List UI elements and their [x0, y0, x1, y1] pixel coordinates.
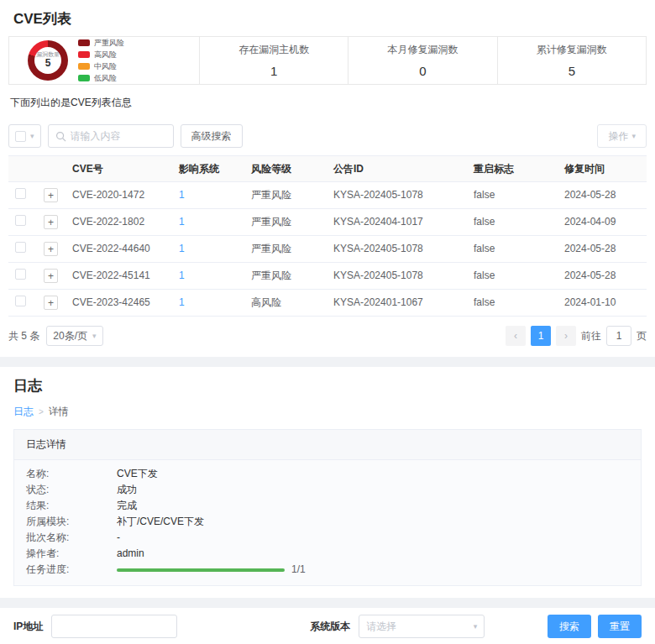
- risk-level-cell: 严重风险: [244, 263, 327, 290]
- affected-systems-link[interactable]: 1: [179, 189, 185, 201]
- affected-systems-link[interactable]: 1: [179, 243, 185, 254]
- system-version-label: 系统版本: [310, 620, 350, 634]
- reboot-flag-cell: false: [467, 263, 558, 290]
- donut-chart: 漏洞数量 5: [28, 40, 68, 81]
- filter-buttons: 搜索 重置: [548, 615, 642, 638]
- cve-id-cell: CVE-2022-45141: [66, 263, 172, 290]
- legend-swatch-icon: [78, 75, 90, 81]
- cve-search-input[interactable]: [71, 130, 166, 142]
- progress-label: 任务进度:: [26, 563, 117, 576]
- affected-systems-cell: 1: [172, 263, 244, 290]
- next-page-button[interactable]: ›: [556, 326, 576, 346]
- reboot-flag-cell: false: [467, 290, 558, 317]
- cve-table: CVE号影响系统风险等级公告ID重启标志修复时间 + CVE-2020-1472…: [8, 155, 647, 317]
- row-checkbox[interactable]: [15, 215, 26, 226]
- select-all-checkbox[interactable]: [15, 131, 26, 142]
- stat-card: 存在漏洞主机数 1: [199, 37, 348, 84]
- detail-fields: 名称: CVE下发 状态: 成功 结果: 完成: [14, 466, 641, 562]
- log-detail-panel-title: 日志详情: [14, 430, 641, 460]
- cve-section-title: CVE列表: [0, 0, 655, 36]
- risk-legend: 严重风险 高风险 中风险: [78, 37, 124, 85]
- log-detail-body: 名称: CVE下发 状态: 成功 结果: 完成: [14, 460, 641, 585]
- stat-card-value: 5: [569, 64, 575, 78]
- page-size-label: 20条/页: [53, 329, 87, 343]
- row-checkbox[interactable]: [15, 269, 26, 280]
- expand-row-button[interactable]: +: [44, 215, 58, 229]
- field-value: 补丁/CVE/CVE下发: [117, 516, 204, 528]
- progress-bar-fill: [117, 568, 285, 572]
- breadcrumb-separator-icon: >: [39, 407, 44, 416]
- row-checkbox[interactable]: [15, 242, 26, 253]
- log-filter-bar: IP地址 系统版本 请选择 ▾ 搜索 重置: [0, 608, 655, 644]
- page-size-select[interactable]: 20条/页 ▾: [46, 326, 102, 346]
- field-label: 操作者:: [26, 547, 117, 560]
- legend-label: 中风险: [94, 61, 117, 72]
- search-icon: [55, 131, 66, 142]
- donut-center: 漏洞数量 5: [34, 47, 61, 74]
- ip-filter-label: IP地址: [13, 620, 43, 634]
- legend-label: 严重风险: [94, 38, 124, 49]
- legend-swatch-icon: [78, 39, 90, 46]
- system-version-select[interactable]: 请选择 ▾: [359, 615, 485, 638]
- expand-row-button[interactable]: +: [44, 188, 58, 202]
- cve-id-cell: CVE-2022-1802: [66, 209, 172, 236]
- breadcrumb-detail: 详情: [49, 405, 69, 419]
- affected-systems-link[interactable]: 1: [179, 296, 185, 308]
- row-checkbox[interactable]: [15, 296, 26, 306]
- advanced-search-button[interactable]: 高级搜索: [181, 124, 243, 148]
- cve-table-body: + CVE-2020-1472 1 严重风险 KYSA-202405-1078 …: [8, 182, 647, 317]
- expand-row-button[interactable]: +: [44, 296, 58, 310]
- affected-systems-link[interactable]: 1: [179, 216, 185, 228]
- bulletin-id-cell: KYSA-202404-1017: [327, 209, 467, 236]
- affected-systems-cell: 1: [172, 182, 244, 209]
- chevron-down-icon: ▾: [474, 623, 478, 631]
- reboot-flag-cell: false: [467, 209, 558, 236]
- affected-systems-cell: 1: [172, 236, 244, 263]
- donut-center-value: 5: [45, 58, 51, 70]
- stat-card-value: 0: [419, 64, 426, 78]
- field-value: 完成: [117, 500, 137, 512]
- field-value: 成功: [117, 484, 137, 496]
- affected-systems-link[interactable]: 1: [179, 270, 185, 281]
- row-checkbox[interactable]: [15, 188, 26, 199]
- vulnerability-stats-box: 漏洞数量 5 严重风险 高风险: [8, 36, 647, 85]
- expand-row-button[interactable]: +: [44, 269, 58, 283]
- field-label: 批次名称:: [26, 531, 117, 544]
- task-progress-row: 任务进度: 1/1: [14, 562, 641, 578]
- fix-time-cell: 2024-05-28: [558, 263, 647, 290]
- ip-address-input[interactable]: [51, 615, 177, 638]
- search-button[interactable]: 搜索: [548, 615, 591, 638]
- breadcrumb-logs[interactable]: 日志: [13, 405, 34, 419]
- legend-swatch-icon: [78, 51, 90, 58]
- reset-button[interactable]: 重置: [598, 615, 642, 638]
- checkbox-cell: [8, 290, 37, 317]
- goto-page-input[interactable]: [606, 326, 631, 346]
- risk-level-cell: 严重风险: [244, 182, 327, 209]
- field-label: 状态:: [26, 484, 117, 496]
- legend-item: 中风险: [78, 61, 124, 72]
- legend-label: 低风险: [94, 73, 117, 84]
- expand-row-button[interactable]: +: [44, 242, 58, 256]
- field-value: CVE下发: [117, 468, 158, 480]
- cve-table-row: + CVE-2020-1472 1 严重风险 KYSA-202405-1078 …: [8, 182, 647, 209]
- cve-pagination: 共 5 条 20条/页 ▾ ‹ 1 › 前往 页: [0, 317, 655, 357]
- field-label: 所属模块:: [26, 516, 117, 528]
- expand-cell: +: [37, 263, 66, 290]
- total-count: 共 5 条: [8, 329, 39, 343]
- cve-id-cell: CVE-2023-42465: [66, 290, 172, 317]
- legend-item: 低风险: [78, 73, 124, 84]
- affected-systems-cell: 1: [172, 209, 244, 236]
- prev-page-button[interactable]: ‹: [506, 326, 526, 346]
- progress-text: 1/1: [291, 563, 306, 576]
- fix-time-cell: 2024-04-09: [558, 209, 647, 236]
- fix-time-cell: 2024-01-10: [558, 290, 647, 317]
- page-number-button[interactable]: 1: [531, 326, 551, 346]
- detail-field-row: 结果: 完成: [14, 498, 641, 514]
- operation-dropdown-button[interactable]: 操作 ▾: [597, 124, 647, 148]
- risk-level-cell: 高风险: [244, 290, 327, 317]
- legend-swatch-icon: [78, 63, 90, 70]
- select-all-dropdown[interactable]: ▾: [8, 124, 41, 148]
- detail-field-row: 所属模块: 补丁/CVE/CVE下发: [14, 514, 641, 530]
- stat-card-label: 累计修复漏洞数: [537, 43, 607, 57]
- page-root: CVE列表 漏洞数量 5 严重风险: [0, 0, 655, 644]
